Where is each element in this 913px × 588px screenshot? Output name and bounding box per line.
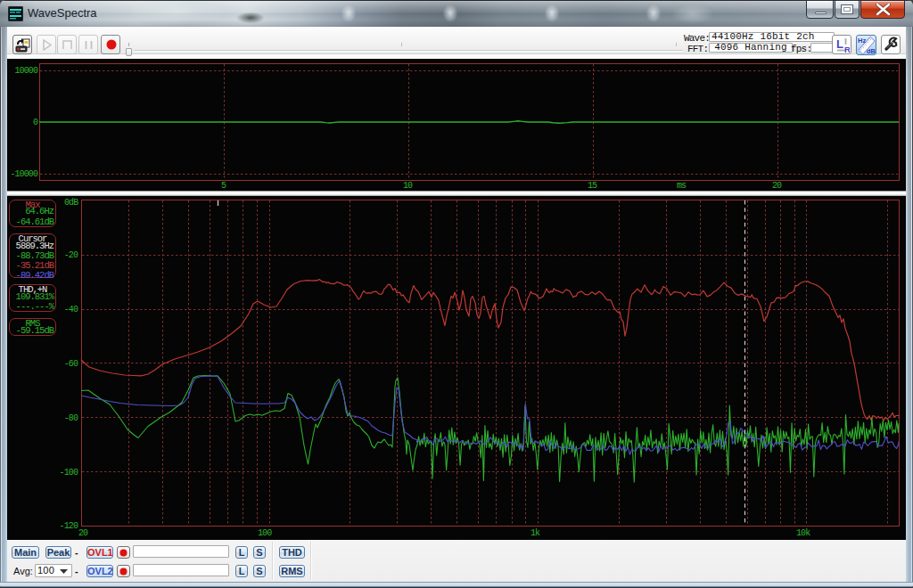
svg-text:dB: dB (867, 47, 876, 54)
svg-text:R: R (844, 45, 850, 53)
svg-text:Hz: Hz (858, 37, 866, 45)
svg-text:L: L (836, 37, 843, 51)
